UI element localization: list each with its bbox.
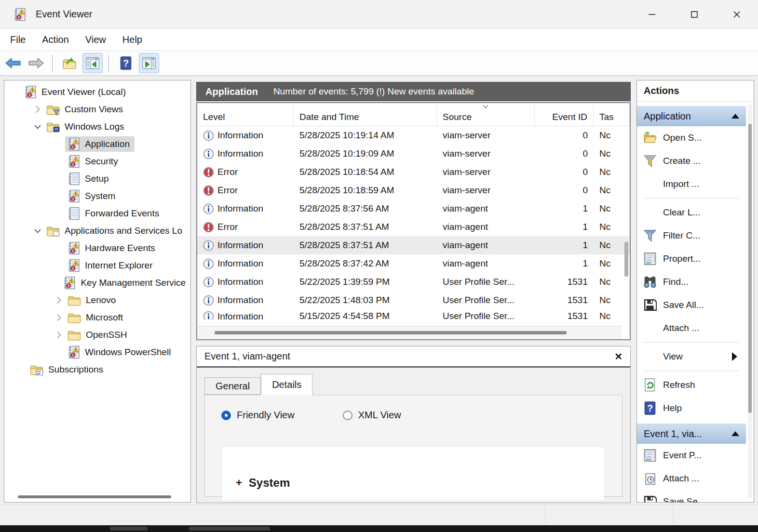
column-header-date-and-time[interactable]: Date and Time <box>294 103 437 126</box>
table-vertical-scrollbar-thumb[interactable] <box>624 242 628 277</box>
collapse-caret-icon[interactable] <box>731 114 739 119</box>
log-banner: Application Number of events: 5,799 (!) … <box>196 82 631 101</box>
tab-general[interactable]: General <box>204 377 261 395</box>
event-row[interactable]: Error5/28/2025 10:18:59 AMviam-server0Nc <box>197 181 630 200</box>
action-attach[interactable]: Attach ... <box>637 317 746 340</box>
tree-item-openssh[interactable]: OpenSSH <box>4 326 190 344</box>
tree-item-microsoft[interactable]: Microsoft <box>4 309 190 326</box>
action-attach[interactable]: Attach ... <box>637 467 746 490</box>
log-icon <box>67 241 81 255</box>
event-row[interactable]: Information5/15/2025 4:54:58 PMUser Prof… <box>197 309 630 319</box>
menu-help[interactable]: Help <box>114 29 150 51</box>
tree-item-forwarded-events[interactable]: Forwarded Events <box>4 205 190 222</box>
cell-source: viam-agent <box>437 258 535 269</box>
tree-expander[interactable] <box>53 295 65 305</box>
tree-item-windows-logs[interactable]: Windows Logs <box>4 118 190 135</box>
back-button[interactable] <box>3 53 23 73</box>
actions-vertical-scrollbar[interactable] <box>748 105 752 498</box>
action-view[interactable]: View <box>637 345 746 368</box>
action-help[interactable]: ?Help <box>637 397 746 420</box>
action-event-p[interactable]: Event P... <box>637 444 746 467</box>
event-row[interactable]: Information5/28/2025 10:19:09 AMviam-ser… <box>197 145 630 163</box>
action-clear-l[interactable]: Clear L... <box>637 201 746 224</box>
tree-item-setup[interactable]: Setup <box>4 170 190 187</box>
column-header-tas[interactable]: Tas <box>594 103 630 126</box>
forward-button[interactable] <box>26 53 46 73</box>
close-icon[interactable]: ✕ <box>614 351 623 362</box>
tree-item-application[interactable]: Application <box>4 135 190 153</box>
actions-section-application[interactable]: Application <box>637 106 746 126</box>
action-import[interactable]: Import ... <box>637 173 746 196</box>
action-label: Help <box>663 403 682 413</box>
tree-expander[interactable] <box>53 313 65 322</box>
tree-item-security[interactable]: Security <box>4 153 190 170</box>
tree-horizontal-scrollbar[interactable] <box>4 493 190 500</box>
event-row[interactable]: Information5/28/2025 10:19:14 AMviam-ser… <box>197 126 630 145</box>
expand-plus-icon[interactable]: + <box>236 477 242 489</box>
system-node[interactable]: + System <box>236 476 290 490</box>
maximize-button[interactable] <box>673 0 716 28</box>
event-row[interactable]: Information5/22/2025 1:48:03 PMUser Prof… <box>197 291 630 309</box>
action-open-s[interactable]: Open S... <box>637 126 746 149</box>
tree-expander[interactable] <box>31 122 44 132</box>
column-header-level[interactable]: Level <box>197 103 294 126</box>
tree-expander[interactable] <box>31 105 44 114</box>
tree-item-lenovo[interactable]: Lenovo <box>4 292 190 309</box>
actions-section-event-1-via[interactable]: Event 1, via... <box>637 424 746 444</box>
actions-scrollbar-thumb[interactable] <box>748 124 752 413</box>
event-row[interactable]: Information5/28/2025 8:37:51 AMviam-agen… <box>197 236 630 254</box>
tree-item-label: Application <box>85 139 130 149</box>
task-icon <box>643 472 657 485</box>
tree-item-internet-explorer[interactable]: Internet Explorer <box>4 257 190 274</box>
menu-view[interactable]: View <box>77 29 114 51</box>
tree-item-event-viewer-local[interactable]: Event Viewer (Local) <box>4 83 190 101</box>
column-header-source[interactable]: Source <box>437 103 535 126</box>
find-icon <box>643 275 657 289</box>
tree-item-windows-powershell[interactable]: Windows PowerShell <box>4 344 190 361</box>
event-row[interactable]: Error5/28/2025 10:18:54 AMviam-server0Nc <box>197 163 630 181</box>
tree-item-system[interactable]: System <box>4 187 190 205</box>
action-pane-toggle-button[interactable] <box>139 53 159 73</box>
tree-item-hardware-events[interactable]: Hardware Events <box>4 239 190 257</box>
event-row[interactable]: Information5/28/2025 8:37:56 AMviam-agen… <box>197 200 630 218</box>
radio-button-icon[interactable] <box>343 411 352 420</box>
table-scrollbar-thumb[interactable] <box>215 331 567 334</box>
tab-details[interactable]: Details <box>261 374 312 395</box>
tree-item-subscriptions[interactable]: Subscriptions <box>4 361 190 378</box>
console-tree-icon <box>85 56 100 70</box>
menu-file[interactable]: File <box>2 29 34 51</box>
action-label: Event P... <box>663 450 702 461</box>
tree-item-key-management-service[interactable]: Key Management Service <box>4 274 190 292</box>
radio-friendly-view[interactable]: Friendly View <box>221 410 295 421</box>
column-header-event-id[interactable]: Event ID <box>535 103 594 126</box>
tree-item-custom-views[interactable]: Custom Views <box>4 101 190 118</box>
export-button[interactable] <box>59 53 80 73</box>
minimize-button[interactable] <box>631 0 673 28</box>
action-filter-c[interactable]: Filter C... <box>637 224 746 247</box>
action-create[interactable]: Create ... <box>637 149 746 173</box>
close-button[interactable] <box>716 0 758 28</box>
actions-section-label: Event 1, via... <box>644 428 702 439</box>
help-button[interactable]: ? <box>116 53 136 73</box>
menu-action[interactable]: Action <box>34 29 77 51</box>
error-icon <box>203 167 214 178</box>
table-horizontal-scrollbar[interactable] <box>197 326 622 339</box>
radio-button-icon[interactable] <box>221 411 231 420</box>
event-row[interactable]: Error5/28/2025 8:37:51 AMviam-agent1Nc <box>197 218 630 236</box>
console-tree-toggle-button[interactable] <box>82 53 103 73</box>
tree-expander[interactable] <box>53 330 65 340</box>
action-find[interactable]: Find... <box>637 270 746 293</box>
radio-xml-view[interactable]: XML View <box>343 410 401 421</box>
action-refresh[interactable]: Refresh <box>637 373 746 397</box>
event-row[interactable]: Information5/28/2025 8:37:42 AMviam-agen… <box>197 254 630 273</box>
action-save-all[interactable]: Save All... <box>637 293 746 317</box>
action-save-se[interactable]: Save Se... <box>637 490 746 503</box>
detail-title-bar: Event 1, viam-agent ✕ <box>197 346 630 368</box>
tree-item-applications-and-services-lo[interactable]: Applications and Services Lo <box>4 222 190 239</box>
collapse-caret-icon[interactable] <box>731 431 739 436</box>
chevron-down-icon <box>33 226 42 236</box>
tree-scrollbar-thumb[interactable] <box>18 495 171 498</box>
event-row[interactable]: Information5/22/2025 1:39:59 PMUser Prof… <box>197 273 630 291</box>
action-propert[interactable]: Propert... <box>637 247 746 270</box>
tree-expander[interactable] <box>31 226 44 236</box>
